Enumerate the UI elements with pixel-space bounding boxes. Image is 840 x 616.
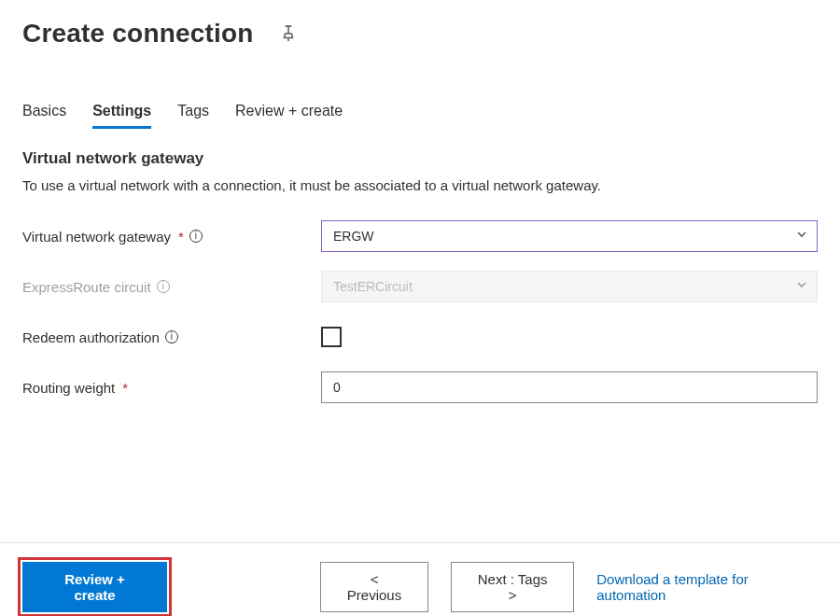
control-virtual-network-gateway: ERGW [321,220,818,252]
footer: Review + create < Previous Next : Tags >… [0,543,840,616]
label-redeem-authorization: Redeem authorization i [22,329,321,345]
row-expressroute-circuit: ExpressRoute circuit i TestERCircuit [22,268,818,305]
review-create-button[interactable]: Review + create [22,562,167,612]
select-virtual-network-gateway[interactable]: ERGW [321,220,818,252]
select-expressroute-circuit: TestERCircuit [321,271,818,302]
checkbox-redeem-authorization[interactable] [321,327,342,347]
info-icon[interactable]: i [157,280,170,293]
settings-section: Virtual network gateway To use a virtual… [22,149,818,406]
label-text: ExpressRoute circuit [22,279,151,295]
pin-icon [280,25,297,42]
row-routing-weight: Routing weight * [22,369,818,406]
title-row: Create connection [22,19,818,49]
control-expressroute-circuit: TestERCircuit [321,271,818,302]
pin-button[interactable] [276,21,301,46]
row-virtual-network-gateway: Virtual network gateway * i ERGW [22,217,818,255]
tab-basics[interactable]: Basics [22,97,66,129]
page-title: Create connection [22,19,254,49]
section-heading: Virtual network gateway [22,149,818,168]
label-text: Redeem authorization [22,329,160,345]
info-icon[interactable]: i [189,230,203,243]
section-description: To use a virtual network with a connecti… [22,177,818,193]
tabs: Basics Settings Tags Review + create [22,97,818,129]
input-routing-weight[interactable] [321,371,818,403]
label-expressroute-circuit: ExpressRoute circuit i [22,279,321,295]
label-text: Virtual network gateway [22,229,171,245]
required-indicator: * [178,229,184,245]
label-virtual-network-gateway: Virtual network gateway * i [22,229,321,245]
control-redeem-authorization [321,327,818,347]
row-redeem-authorization: Redeem authorization i [22,318,818,356]
info-icon[interactable]: i [165,330,178,343]
required-indicator: * [122,380,128,396]
next-button[interactable]: Next : Tags > [451,562,574,612]
label-routing-weight: Routing weight * [22,380,321,396]
select-expressroute-circuit-input: TestERCircuit [321,271,818,302]
download-template-link[interactable]: Download a template for automation [596,571,818,603]
control-routing-weight [321,371,818,403]
select-virtual-network-gateway-input[interactable]: ERGW [321,220,818,252]
previous-button[interactable]: < Previous [320,562,428,612]
tab-tags[interactable]: Tags [177,97,209,129]
create-connection-page: Create connection Basics Settings Tags R… [0,0,840,616]
tab-settings[interactable]: Settings [92,97,151,129]
label-text: Routing weight [22,380,115,396]
tab-review-create[interactable]: Review + create [235,97,343,129]
